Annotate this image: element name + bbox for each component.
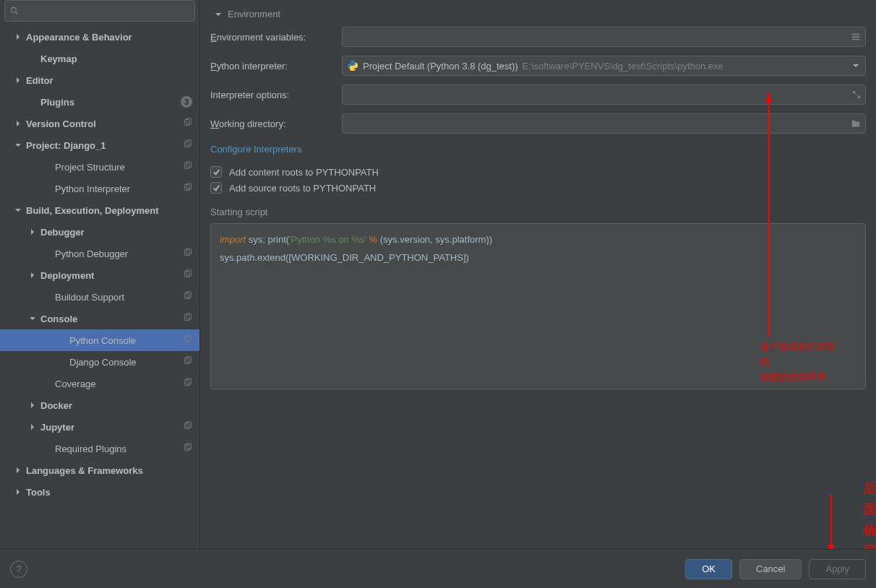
sidebar-item-debugger[interactable]: Debugger bbox=[0, 221, 199, 243]
tree-item-label: Version Control bbox=[26, 118, 199, 129]
sidebar-item-docker[interactable]: Docker bbox=[0, 394, 199, 416]
tree-item-label: Debugger bbox=[40, 227, 199, 238]
sidebar-item-python-debugger[interactable]: Python Debugger bbox=[0, 243, 199, 264]
help-button[interactable]: ? bbox=[10, 561, 27, 578]
tree-item-label: Python Console bbox=[69, 335, 199, 346]
tree-item-label: Jupyter bbox=[40, 422, 199, 433]
sidebar-item-jupyter[interactable]: Jupyter bbox=[0, 416, 199, 438]
svg-rect-30 bbox=[852, 39, 860, 40]
sidebar-item-python-console[interactable]: Python Console bbox=[0, 329, 199, 351]
tree-item-label: Deployment bbox=[40, 270, 199, 281]
expand-icon[interactable] bbox=[852, 90, 861, 99]
chevron-right-icon bbox=[27, 227, 38, 237]
settings-tree: Appearance & BehaviorKeymapEditorPlugins… bbox=[0, 26, 199, 503]
tree-item-label: Plugins bbox=[40, 97, 199, 108]
chevron-right-icon bbox=[27, 422, 38, 432]
dialog-footer: ? OK Cancel Apply bbox=[0, 549, 876, 588]
sidebar-item-buildout-support[interactable]: Buildout Support bbox=[0, 286, 199, 308]
sidebar-item-build-execution-deployment[interactable]: Build, Execution, Deployment bbox=[0, 199, 199, 221]
sidebar-item-required-plugins[interactable]: Required Plugins bbox=[0, 438, 199, 459]
svg-line-1 bbox=[16, 12, 18, 14]
python-interpreter-label: Python interpreter: bbox=[210, 61, 342, 72]
chevron-down-icon bbox=[13, 205, 23, 215]
checkbox-label: Add source roots to PYTHONPATH bbox=[229, 183, 376, 194]
add-source-roots-checkbox-row[interactable]: Add source roots to PYTHONPATH bbox=[210, 182, 866, 194]
sidebar-item-version-control[interactable]: Version Control bbox=[0, 113, 199, 134]
tree-item-label: Project: Django_1 bbox=[26, 140, 199, 151]
tree-item-label: Python Debugger bbox=[55, 248, 199, 259]
sidebar-item-deployment[interactable]: Deployment bbox=[0, 264, 199, 286]
chevron-down-icon bbox=[13, 140, 23, 150]
project-scope-icon bbox=[183, 421, 192, 433]
tree-item-label: Python Interpreter bbox=[55, 183, 199, 194]
sidebar-item-console[interactable]: Console bbox=[0, 308, 199, 329]
cancel-button[interactable]: Cancel bbox=[739, 559, 802, 579]
apply-button[interactable]: Apply bbox=[809, 559, 866, 579]
chevron-down-icon bbox=[27, 314, 38, 324]
checkbox-checked-icon bbox=[210, 182, 222, 194]
tree-item-label: Console bbox=[40, 314, 199, 324]
chevron-right-icon bbox=[27, 270, 38, 280]
content-panel: Environment Environment variables: Pytho… bbox=[200, 0, 876, 549]
environment-section-header[interactable]: Environment bbox=[210, 0, 866, 27]
sidebar-item-keymap[interactable]: Keymap bbox=[0, 48, 199, 69]
annotation-text-2: 后面确定 bbox=[864, 478, 876, 549]
sidebar-item-languages-frameworks[interactable]: Languages & Frameworks bbox=[0, 459, 199, 481]
folder-icon[interactable] bbox=[851, 118, 861, 129]
project-scope-icon bbox=[183, 183, 192, 194]
project-scope-icon bbox=[183, 378, 192, 389]
project-scope-icon bbox=[183, 443, 192, 454]
sidebar-item-coverage[interactable]: Coverage bbox=[0, 373, 199, 394]
starting-script-editor[interactable]: import sys; print('Python %s on %s' % (s… bbox=[210, 223, 866, 389]
tree-item-label: Appearance & Behavior bbox=[26, 32, 199, 43]
configure-interpreters-link[interactable]: Configure Interpreters bbox=[210, 142, 301, 162]
project-scope-icon bbox=[183, 291, 192, 303]
sidebar-item-editor[interactable]: Editor bbox=[0, 69, 199, 91]
tree-item-label: Languages & Frameworks bbox=[26, 465, 199, 476]
list-icon[interactable] bbox=[851, 32, 861, 42]
env-vars-input[interactable] bbox=[342, 27, 866, 47]
project-scope-icon bbox=[183, 269, 192, 281]
python-icon bbox=[347, 60, 358, 72]
checkbox-checked-icon bbox=[210, 166, 222, 178]
chevron-right-icon bbox=[13, 487, 23, 497]
sidebar-item-project-django-1[interactable]: Project: Django_1 bbox=[0, 134, 199, 156]
tree-item-label: Coverage bbox=[55, 379, 199, 389]
interpreter-path: E:\software\PYENVS\dg_test\Scripts\pytho… bbox=[523, 61, 723, 72]
sidebar-item-python-interpreter[interactable]: Python Interpreter bbox=[0, 178, 199, 199]
working-directory-input[interactable] bbox=[342, 113, 866, 134]
svg-point-0 bbox=[11, 7, 16, 12]
add-content-roots-checkbox-row[interactable]: Add content roots to PYTHONPATH bbox=[210, 166, 866, 178]
settings-sidebar: Appearance & BehaviorKeymapEditorPlugins… bbox=[0, 0, 200, 549]
tree-item-label: Tools bbox=[26, 487, 199, 498]
project-scope-icon bbox=[183, 334, 192, 346]
sidebar-item-tools[interactable]: Tools bbox=[0, 481, 199, 503]
chevron-down-icon bbox=[852, 61, 859, 72]
interpreter-options-label: Interpreter options: bbox=[210, 90, 342, 100]
count-badge: 3 bbox=[181, 96, 192, 108]
starting-script-label: Starting script bbox=[210, 207, 866, 217]
search-input[interactable] bbox=[4, 0, 195, 22]
tree-item-label: Required Plugins bbox=[55, 444, 199, 454]
project-scope-icon bbox=[183, 161, 192, 173]
tree-item-label: Buildout Support bbox=[55, 292, 199, 303]
chevron-right-icon bbox=[13, 75, 23, 85]
section-title: Environment bbox=[228, 9, 280, 20]
interpreter-options-input[interactable] bbox=[342, 85, 866, 105]
checkbox-label: Add content roots to PYTHONPATH bbox=[229, 167, 379, 178]
working-directory-label: Working directory: bbox=[210, 118, 342, 129]
ok-button[interactable]: OK bbox=[685, 559, 732, 579]
tree-item-label: Docker bbox=[40, 400, 199, 411]
sidebar-item-appearance-behavior[interactable]: Appearance & Behavior bbox=[0, 26, 199, 48]
sidebar-item-project-structure[interactable]: Project Structure bbox=[0, 156, 199, 178]
project-scope-icon bbox=[183, 356, 192, 368]
python-interpreter-select[interactable]: Project Default (Python 3.8 (dg_test)) E… bbox=[342, 56, 866, 76]
svg-rect-29 bbox=[852, 36, 860, 38]
project-scope-icon bbox=[183, 118, 192, 129]
sidebar-item-plugins[interactable]: Plugins3 bbox=[0, 91, 199, 113]
tree-item-label: Build, Execution, Deployment bbox=[26, 205, 199, 216]
svg-rect-28 bbox=[852, 34, 860, 35]
chevron-right-icon bbox=[13, 32, 23, 42]
tree-item-label: Django Console bbox=[69, 357, 199, 368]
sidebar-item-django-console[interactable]: Django Console bbox=[0, 351, 199, 373]
